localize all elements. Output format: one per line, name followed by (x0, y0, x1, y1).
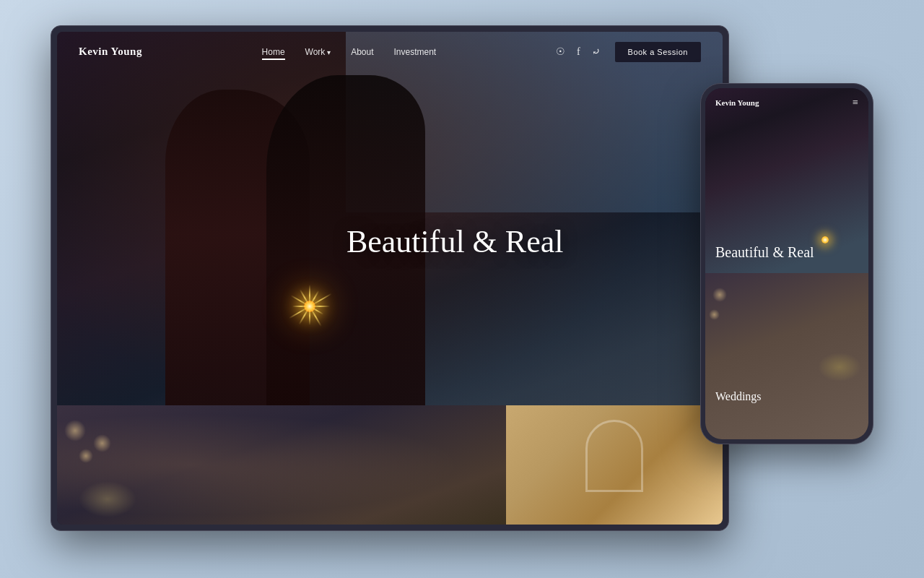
mobile-wedding-label: Weddings (715, 390, 762, 403)
sparkler-effect (281, 277, 339, 335)
mobile-mockup: Kevin Young ≡ Beautiful & Real Weddings (700, 83, 873, 444)
desktop-mockup: Kevin Young Home Work About Investment ☉… (51, 25, 729, 531)
nav-links: Home Work About Investment (262, 47, 437, 57)
figure-right (266, 75, 425, 451)
share-icon[interactable]: ⤾ (592, 46, 601, 58)
mobile-logo: Kevin Young (715, 98, 759, 107)
hero-section: Kevin Young Home Work About Investment ☉… (57, 32, 723, 451)
desktop-screen: Kevin Young Home Work About Investment ☉… (57, 32, 723, 525)
mobile-flowers (818, 353, 861, 381)
desktop-nav: Kevin Young Home Work About Investment ☉… (57, 32, 723, 72)
gallery-item-arch (506, 405, 723, 525)
mobile-wedding-section: Weddings (705, 273, 868, 439)
desktop-logo: Kevin Young (79, 46, 142, 58)
mobile-bokeh-2 (709, 309, 720, 320)
book-session-button[interactable]: Book a Session (615, 42, 701, 62)
mobile-bokeh-1 (712, 288, 727, 302)
arch-decoration (585, 420, 643, 492)
mobile-hero-title: Beautiful & Real (715, 243, 858, 262)
bokeh-light-1 (64, 420, 86, 441)
mobile-hero: Kevin Young ≡ Beautiful & Real (705, 88, 868, 290)
nav-home[interactable]: Home (262, 47, 285, 57)
instagram-icon[interactable]: ☉ (556, 46, 565, 58)
nav-icons: ☉ f ⤾ (556, 46, 601, 58)
flowers-decoration (79, 481, 136, 517)
bokeh-light-3 (93, 434, 111, 452)
nav-investment[interactable]: Investment (394, 47, 437, 57)
mobile-screen: Kevin Young ≡ Beautiful & Real Weddings (705, 88, 868, 439)
mobile-nav: Kevin Young ≡ (705, 88, 868, 117)
nav-work[interactable]: Work (305, 47, 331, 57)
scene-container: Kevin Young Home Work About Investment ☉… (51, 25, 873, 553)
facebook-icon[interactable]: f (577, 46, 580, 58)
bokeh-light-2 (79, 449, 93, 463)
nav-about[interactable]: About (351, 47, 373, 57)
gallery-strip (57, 405, 723, 525)
hero-title: Beautiful & Real (346, 223, 564, 260)
mobile-hamburger-icon[interactable]: ≡ (853, 97, 858, 108)
gallery-item-couple (57, 405, 506, 525)
